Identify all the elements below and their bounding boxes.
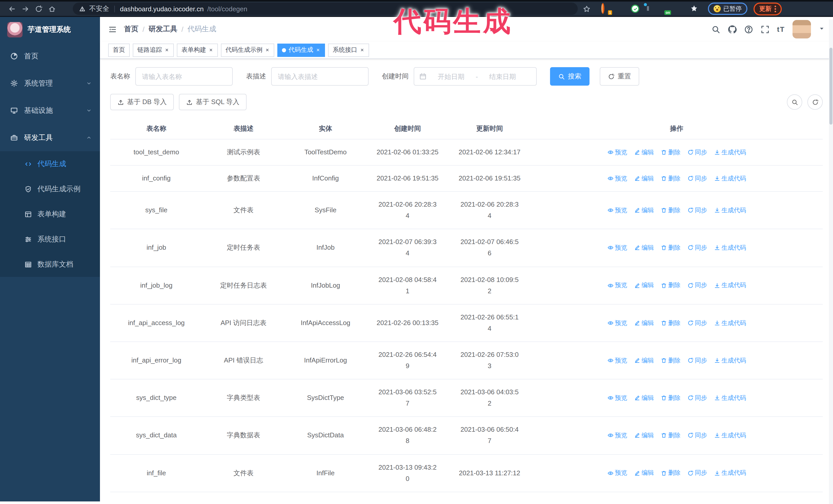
extension-star-icon[interactable]: [690, 4, 699, 13]
breadcrumb-item[interactable]: 研发工具: [149, 25, 177, 34]
sidebar-toggle-icon[interactable]: [108, 25, 117, 33]
tags-view-tab[interactable]: 系统接口: [328, 43, 369, 57]
browser-menu-dots-icon[interactable]: [775, 5, 776, 12]
browser-forward-icon[interactable]: [19, 2, 32, 16]
search-button[interactable]: 搜索: [550, 67, 590, 86]
action-preview[interactable]: 预览: [607, 205, 627, 216]
action-preview[interactable]: 预览: [607, 355, 627, 366]
action-generate[interactable]: 生成代码: [714, 205, 746, 216]
action-edit[interactable]: 编辑: [634, 393, 654, 403]
browser-url-bar[interactable]: 不安全 dashboard.yudao.iocoder.cn/tool/code…: [73, 3, 578, 15]
action-delete[interactable]: 删除: [661, 318, 681, 328]
action-sync[interactable]: 同步: [687, 393, 707, 403]
tags-view-tab[interactable]: 代码生成示例: [221, 43, 274, 57]
fullscreen-icon[interactable]: [761, 25, 769, 33]
table-desc-input[interactable]: [271, 67, 368, 86]
action-sync[interactable]: 同步: [687, 430, 707, 441]
action-edit[interactable]: 编辑: [634, 430, 654, 441]
action-delete[interactable]: 删除: [661, 205, 681, 216]
extension-gem-icon[interactable]: [616, 4, 625, 13]
user-menu-caret-icon[interactable]: [819, 25, 825, 33]
close-tab-icon[interactable]: [265, 48, 270, 52]
action-delete[interactable]: 删除: [661, 355, 681, 366]
sidebar-item-gear[interactable]: 系统管理: [0, 70, 100, 97]
action-generate[interactable]: 生成代码: [714, 147, 746, 158]
action-preview[interactable]: 预览: [607, 173, 627, 184]
action-generate[interactable]: 生成代码: [714, 280, 746, 291]
app-logo[interactable]: 芋道管理系统: [0, 17, 100, 43]
avatar[interactable]: [792, 20, 811, 39]
header-search-icon[interactable]: [712, 25, 720, 33]
action-edit[interactable]: 编辑: [634, 280, 654, 291]
tags-view-tab[interactable]: 链路追踪: [133, 43, 174, 57]
extension-panels-icon[interactable]: [645, 4, 654, 13]
action-generate[interactable]: 生成代码: [714, 430, 746, 441]
action-preview[interactable]: 预览: [607, 147, 627, 158]
action-edit[interactable]: 编辑: [634, 355, 654, 366]
tags-view-tab[interactable]: 代码生成: [277, 43, 325, 57]
sidebar-subitem[interactable]: 系统接口: [0, 226, 100, 252]
reset-button[interactable]: 重置: [600, 67, 639, 86]
action-generate[interactable]: 生成代码: [714, 355, 746, 366]
action-delete[interactable]: 删除: [661, 468, 681, 478]
action-delete[interactable]: 删除: [661, 173, 681, 184]
browser-reload-icon[interactable]: [32, 2, 45, 16]
sidebar-subitem[interactable]: 数据库文档: [0, 252, 100, 277]
sidebar-subitem[interactable]: 代码生成: [0, 151, 100, 176]
import-db-button[interactable]: 基于 DB 导入: [110, 94, 174, 110]
action-sync[interactable]: 同步: [687, 243, 707, 253]
browser-update-button[interactable]: 更新: [754, 2, 782, 15]
scrollbar-thumb[interactable]: [829, 48, 832, 125]
action-sync[interactable]: 同步: [687, 205, 707, 216]
action-sync[interactable]: 同步: [687, 468, 707, 478]
extension-orange-icon[interactable]: 1: [601, 4, 610, 13]
sidebar-item-dashboard[interactable]: 首页: [0, 43, 100, 70]
bookmark-star-icon[interactable]: [580, 2, 593, 16]
close-tab-icon[interactable]: [165, 48, 169, 52]
action-edit[interactable]: 编辑: [634, 468, 654, 478]
font-size-icon[interactable]: tT: [777, 25, 785, 33]
action-sync[interactable]: 同步: [687, 173, 707, 184]
action-delete[interactable]: 删除: [661, 280, 681, 291]
end-date-input[interactable]: [481, 72, 524, 81]
action-preview[interactable]: 预览: [607, 243, 627, 253]
date-range-picker[interactable]: -: [414, 67, 537, 86]
action-sync[interactable]: 同步: [687, 280, 707, 291]
start-date-input[interactable]: [430, 72, 473, 81]
action-generate[interactable]: 生成代码: [714, 393, 746, 403]
table-name-input[interactable]: [135, 67, 233, 86]
sidebar-subitem[interactable]: 表单构建: [0, 201, 100, 226]
action-preview[interactable]: 预览: [607, 393, 627, 403]
action-edit[interactable]: 编辑: [634, 318, 654, 328]
action-edit[interactable]: 编辑: [634, 147, 654, 158]
close-tab-icon[interactable]: [316, 48, 320, 52]
help-icon[interactable]: [744, 25, 753, 33]
action-delete[interactable]: 删除: [661, 243, 681, 253]
sidebar-subitem[interactable]: 代码生成示例: [0, 176, 100, 201]
import-sql-button[interactable]: 基于 SQL 导入: [179, 94, 247, 110]
action-generate[interactable]: 生成代码: [714, 318, 746, 328]
browser-home-icon[interactable]: [45, 2, 58, 16]
breadcrumb-item[interactable]: 首页: [124, 25, 138, 34]
close-tab-icon[interactable]: [360, 48, 364, 52]
action-generate[interactable]: 生成代码: [714, 243, 746, 253]
toggle-search-button[interactable]: [787, 94, 802, 110]
extension-switch-icon[interactable]: on: [660, 4, 669, 13]
action-delete[interactable]: 删除: [661, 147, 681, 158]
tags-view-tab[interactable]: 表单构建: [177, 43, 218, 57]
github-icon[interactable]: [728, 25, 737, 33]
action-edit[interactable]: 编辑: [634, 243, 654, 253]
action-preview[interactable]: 预览: [607, 280, 627, 291]
action-edit[interactable]: 编辑: [634, 173, 654, 184]
sidebar-item-monitor[interactable]: 基础设施: [0, 97, 100, 124]
action-generate[interactable]: 生成代码: [714, 173, 746, 184]
refresh-table-button[interactable]: [807, 94, 823, 110]
action-sync[interactable]: 同步: [687, 147, 707, 158]
sidebar-item-toolbox[interactable]: 研发工具: [0, 124, 100, 151]
action-preview[interactable]: 预览: [607, 318, 627, 328]
action-edit[interactable]: 编辑: [634, 205, 654, 216]
action-preview[interactable]: 预览: [607, 430, 627, 441]
action-preview[interactable]: 预览: [607, 468, 627, 478]
action-generate[interactable]: 生成代码: [714, 468, 746, 478]
extension-check-icon[interactable]: [631, 5, 639, 13]
